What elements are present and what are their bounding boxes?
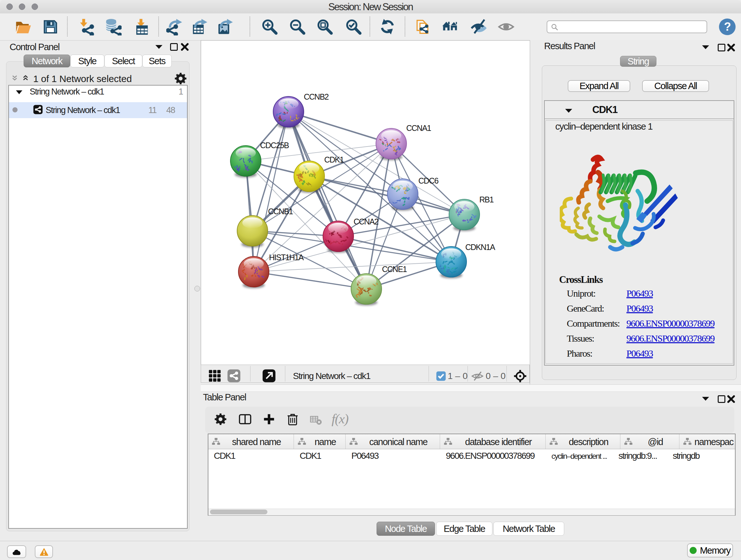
svg-text:CDC6: CDC6	[418, 176, 439, 185]
svg-text:RB1: RB1	[479, 195, 494, 204]
svg-text:CCNB1: CCNB1	[268, 207, 293, 216]
svg-text:HIST1H1A: HIST1H1A	[269, 253, 304, 262]
svg-text:CCNA2: CCNA2	[354, 217, 379, 226]
svg-text:CCNA1: CCNA1	[406, 124, 431, 132]
svg-text:CDK1: CDK1	[324, 155, 344, 164]
svg-text:CCNE1: CCNE1	[382, 265, 407, 273]
svg-text:CDC25B: CDC25B	[260, 141, 289, 150]
svg-text:CDKN1A: CDKN1A	[465, 243, 495, 252]
svg-text:CCNB2: CCNB2	[304, 92, 329, 101]
